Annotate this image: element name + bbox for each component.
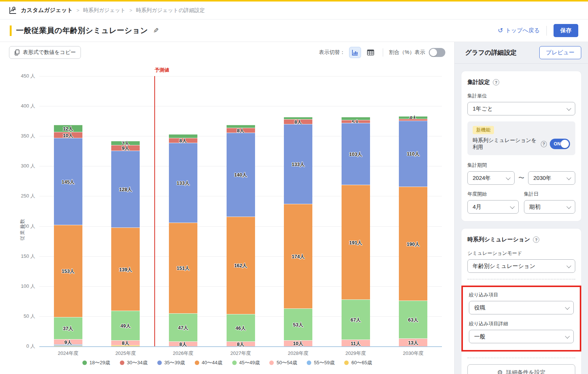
filter-detail-select[interactable]: 一般 (469, 330, 574, 343)
table-view-button[interactable] (365, 47, 377, 58)
filter-item-select[interactable]: 役職 (469, 301, 574, 314)
bar-segment[interactable] (399, 119, 427, 121)
bar-segment[interactable]: 8人 (227, 128, 255, 133)
filter-detail-label: 絞り込み項目詳細 (469, 320, 574, 327)
help-icon[interactable]: ? (493, 79, 499, 85)
bar-segment[interactable]: 151人 (169, 223, 197, 313)
bar-value-label: 9人 (111, 146, 140, 151)
legend-item[interactable]: 30〜34歳 (120, 359, 148, 366)
unit-select[interactable]: 1年ごと (467, 102, 575, 115)
bar-segment[interactable]: 11人 (342, 340, 370, 346)
bar-segment[interactable]: 49人 (111, 311, 140, 340)
bar-segment[interactable]: 8人 (169, 138, 197, 143)
bar-segment[interactable]: 190人 (399, 187, 427, 301)
bar-value-label: 10人 (284, 341, 312, 346)
bar-segment[interactable]: 140人 (227, 133, 255, 217)
bar-segment[interactable]: 10人 (284, 340, 312, 346)
legend-item[interactable]: 60〜65歳 (344, 359, 372, 366)
chart-legend: 18〜29歳30〜34歳35〜39歳40〜44歳45〜49歳50〜54歳55〜5… (0, 355, 454, 370)
back-to-top-link[interactable]: ↺ トップへ戻る (498, 27, 540, 34)
fiscal-year-start-label: 年度開始 (467, 191, 519, 197)
stacked-bar[interactable]: 8人133人151人47人8人 (169, 76, 197, 346)
bar-value-label: 12人 (54, 126, 82, 131)
bar-segment[interactable]: 47人 (169, 313, 197, 341)
bar-segment[interactable]: 53人 (284, 308, 312, 340)
x-category-label: 2027年度 (212, 350, 270, 357)
simulation-mode-label: シミュレーションモード (467, 250, 575, 257)
bar-value-label: 133人 (169, 180, 197, 185)
bar-segment[interactable]: 5人 (342, 120, 370, 123)
bar-segment[interactable]: 153人 (54, 225, 82, 317)
legend-swatch (120, 361, 124, 365)
bar-value-label: 11人 (342, 341, 370, 346)
percent-display-toggle[interactable] (429, 48, 445, 57)
bar-segment[interactable]: 128人 (111, 151, 140, 227)
stacked-bar[interactable]: 12人10人145人153人37人9人 (54, 76, 82, 346)
save-button[interactable]: 保存 (554, 24, 578, 37)
legend-item[interactable]: 45〜49歳 (232, 359, 260, 366)
bar-segment[interactable]: 8人 (169, 341, 197, 346)
bar-segment[interactable]: 10人 (54, 132, 82, 138)
help-icon[interactable]: ? (533, 236, 539, 243)
period-to-select[interactable]: 2030年 (528, 171, 575, 185)
chart-view-button[interactable] (349, 47, 361, 58)
bar-segment[interactable]: 133人 (169, 143, 197, 223)
preview-button[interactable]: プレビュー (539, 46, 581, 59)
breadcrumb-item-timeseries-gadget[interactable]: 時系列ガジェット (83, 7, 126, 14)
bar-segment[interactable]: 191人 (342, 185, 370, 299)
fiscal-year-start-select[interactable]: 4月 (467, 200, 519, 214)
bar-segment[interactable]: 63人 (399, 301, 427, 338)
legend-item[interactable]: 18〜29歳 (82, 359, 110, 366)
bar-segment[interactable]: 13人 (399, 338, 427, 346)
period-from-select[interactable]: 2024年 (467, 171, 515, 185)
unit-label: 集計単位 (467, 93, 575, 99)
help-icon[interactable]: ? (541, 141, 546, 147)
edit-title-icon[interactable]: ✎ (153, 27, 159, 35)
legend-item[interactable]: 40〜44歳 (195, 359, 222, 366)
bar-segment[interactable]: 110人 (399, 121, 427, 187)
bar-segment[interactable]: 7人 (111, 141, 140, 145)
stacked-bar[interactable]: 8人140人162人46人8人 (227, 76, 255, 346)
bar-segment[interactable]: 103人 (342, 123, 370, 185)
bar-segment[interactable]: 8人 (227, 341, 255, 346)
x-category-label: 2026年度 (154, 350, 212, 357)
bar-segment[interactable]: 145人 (54, 138, 82, 225)
simulation-use-toggle[interactable]: ON (550, 139, 570, 149)
legend-item[interactable]: 35〜39歳 (157, 359, 185, 366)
bar-value-label: 8人 (169, 342, 197, 347)
bar-segment[interactable]: 67人 (342, 299, 370, 340)
title-accent-bar (10, 25, 12, 36)
bar-segment[interactable] (284, 117, 312, 119)
bar-segment[interactable]: 37人 (54, 317, 82, 339)
bar-segment[interactable]: 8人 (111, 340, 140, 345)
breadcrumb-item-custom-gadget[interactable]: カスタムガジェット (21, 7, 73, 14)
bar-segment[interactable] (342, 117, 370, 120)
stacked-bar[interactable]: 5人103人191人67人11人 (342, 76, 370, 346)
advanced-conditions-button[interactable]: ⚙ 詳細条件を設定 (467, 364, 575, 374)
bar-segment[interactable]: 162人 (227, 217, 255, 314)
aggregation-day-select[interactable]: 期初 (524, 200, 575, 214)
bar-segment[interactable]: 8人 (284, 119, 312, 124)
bar-segment[interactable]: 12人 (54, 125, 82, 132)
simulation-use-label: 時系列シミュレーションを利用 (473, 137, 538, 151)
bar-segment[interactable]: 139人 (111, 227, 140, 311)
bar-value-label: 10人 (54, 133, 82, 138)
bar-segment[interactable]: 9人 (111, 145, 140, 150)
copy-table-values-button[interactable]: 表形式で数値をコピー (9, 46, 81, 59)
stacked-bar[interactable]: 7人9人128人139人49人8人 (111, 76, 140, 346)
chevron-down-icon (567, 106, 572, 111)
bar-segment[interactable]: 46人 (227, 314, 255, 342)
bar-segment[interactable]: 4人 (399, 116, 427, 118)
legend-item[interactable]: 50〜54歳 (269, 359, 297, 366)
legend-item[interactable]: 55〜59歳 (307, 359, 334, 366)
bar-segment[interactable] (54, 344, 82, 346)
breadcrumb-bar: カスタムガジェット > 時系列ガジェット > 時系列ガジェットの詳細設定 (0, 1, 588, 19)
bar-segment[interactable]: 9人 (54, 339, 82, 344)
stacked-bar[interactable]: 8人133人174人53人10人 (284, 76, 312, 346)
bar-value-label: 110人 (399, 151, 427, 156)
bar-value-label: 8人 (227, 128, 255, 133)
legend-label: 45〜49歳 (239, 359, 260, 366)
stacked-bar[interactable]: 4人110人190人63人13人 (399, 76, 427, 346)
bar-segment[interactable] (227, 125, 255, 128)
simulation-mode-select[interactable]: 年齢別シミュレーション (467, 259, 575, 273)
